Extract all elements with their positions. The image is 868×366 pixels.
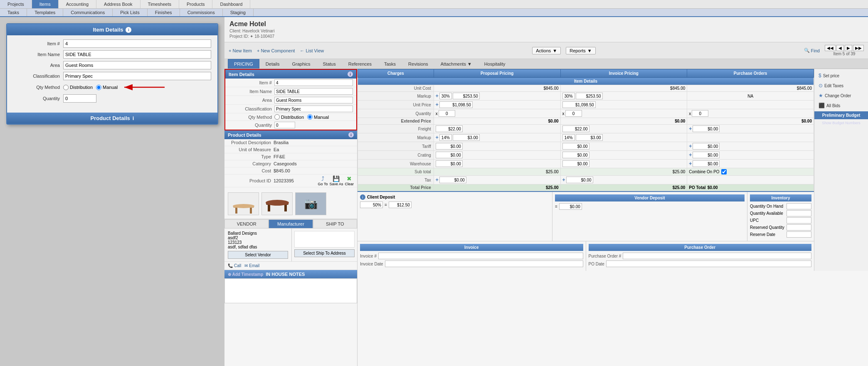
email-btn[interactable]: ✉ Email — [244, 263, 259, 268]
product-image-1[interactable] — [228, 192, 259, 215]
reserve-date-input[interactable] — [787, 231, 811, 238]
po-crating[interactable] — [693, 152, 720, 158]
invoice-quantity[interactable] — [565, 110, 582, 117]
detail-item-name-input[interactable] — [274, 88, 353, 95]
vendor-deposit-amount[interactable] — [559, 203, 582, 210]
po-quantity[interactable] — [692, 110, 708, 117]
goto-btn[interactable]: ⤴ Go To — [318, 175, 328, 186]
item-name-input[interactable] — [63, 50, 211, 59]
detail-distribution-label[interactable]: Distribution — [274, 114, 304, 120]
proposal-warehouse[interactable] — [436, 160, 463, 167]
select-vendor-btn[interactable]: Select Vendor — [228, 251, 288, 259]
proposal-freight-markup-plus[interactable]: + — [436, 135, 439, 140]
client-deposit-pct[interactable] — [360, 201, 383, 208]
tab-attachments[interactable]: Attachments ▼ — [434, 59, 478, 69]
new-component-btn[interactable]: + New Component — [257, 48, 295, 53]
sub-pick-lists[interactable]: Pick Lists — [113, 9, 147, 16]
qty-on-hand-input[interactable] — [787, 203, 811, 209]
invoice-freight-markup-val[interactable] — [576, 134, 603, 141]
tab-references[interactable]: References — [342, 59, 378, 69]
ship-to-tab[interactable]: SHIP TO — [313, 219, 357, 228]
proposal-unit-price-plus[interactable]: + — [436, 102, 439, 108]
edit-taxes-btn[interactable]: ⊙ Edit Taxes — [817, 81, 866, 90]
actions-dropdown[interactable]: Actions ▼ — [532, 47, 561, 54]
notes-textarea[interactable] — [224, 278, 357, 303]
proposal-quantity[interactable] — [439, 110, 455, 117]
select-ship-btn[interactable]: Select Ship To Address — [294, 249, 355, 257]
product-image-placeholder[interactable]: 📷 — [295, 192, 326, 215]
nav-dashboard[interactable]: Dashboard — [212, 0, 250, 8]
invoice-unit-price[interactable] — [562, 101, 596, 108]
tab-pricing[interactable]: PRICING — [228, 59, 259, 69]
invoice-crating[interactable] — [562, 152, 589, 158]
sub-communications[interactable]: Communications — [63, 9, 113, 16]
new-item-btn[interactable]: + New Item — [229, 48, 252, 53]
preliminary-budget[interactable]: Preliminary Budget — [814, 111, 868, 119]
nav-next[interactable]: ▶ — [845, 45, 852, 51]
po-warehouse-plus[interactable]: + — [689, 161, 692, 167]
client-deposit-amount[interactable] — [389, 201, 412, 208]
proposal-freight-markup-val[interactable] — [453, 134, 480, 141]
quantity-input[interactable] — [63, 94, 96, 103]
nav-timesheets[interactable]: Timesheets — [141, 0, 179, 8]
proposal-freight[interactable] — [436, 125, 463, 132]
manual-radio-label[interactable]: Manual — [96, 85, 118, 90]
po-tariff[interactable] — [693, 143, 720, 150]
po-date-input[interactable] — [606, 260, 811, 267]
detail-area-input[interactable] — [274, 97, 353, 103]
po-warehouse[interactable] — [693, 160, 720, 167]
detail-manual-label[interactable]: Manual — [307, 114, 329, 120]
item-details-section-info[interactable]: i — [348, 71, 353, 77]
reserved-qty-input[interactable] — [787, 224, 811, 231]
qty-available-input[interactable] — [787, 210, 811, 216]
invoice-warehouse[interactable] — [562, 160, 589, 167]
sub-commissions[interactable]: Commissions — [180, 9, 223, 16]
proposal-tariff[interactable] — [436, 143, 463, 150]
vendor-tab[interactable]: VENDOR — [224, 219, 269, 228]
invoice-tax[interactable] — [566, 177, 593, 183]
change-order-btn[interactable]: ★ Change Order — [817, 91, 866, 100]
manufacturer-tab[interactable]: Manufacturer — [269, 219, 313, 228]
nav-prev[interactable]: ◀ — [836, 45, 844, 51]
nav-accounting[interactable]: Accounting — [59, 0, 96, 8]
all-bids-btn[interactable]: ⬛ All Bids — [817, 101, 866, 110]
invoice-tax-plus[interactable]: + — [562, 177, 565, 183]
add-timestamp-btn[interactable]: ⊕ Add Timestamp — [228, 272, 263, 277]
nav-next-next[interactable]: ▶▶ — [853, 45, 864, 51]
detail-quantity-input[interactable] — [274, 122, 295, 128]
detail-classification-input[interactable] — [274, 106, 353, 112]
nav-prev-prev[interactable]: ◀◀ — [825, 45, 836, 51]
nav-items[interactable]: Items — [32, 0, 59, 8]
po-crating-plus[interactable]: + — [689, 152, 692, 158]
proposal-tax[interactable] — [439, 177, 466, 183]
distribution-radio[interactable] — [63, 85, 69, 90]
tab-tasks[interactable]: Tasks — [378, 59, 402, 69]
call-btn[interactable]: 📞 Call — [228, 263, 241, 268]
invoice-freight-markup-pct[interactable] — [562, 134, 575, 141]
manual-radio[interactable] — [96, 85, 101, 90]
invoice-num-input[interactable] — [378, 253, 583, 259]
nav-projects[interactable]: Projects — [0, 0, 32, 8]
proposal-markup-pct[interactable] — [439, 93, 452, 99]
tab-status[interactable]: Status — [317, 59, 342, 69]
detail-manual-radio[interactable] — [307, 114, 313, 120]
classification-input[interactable] — [63, 72, 211, 80]
find-btn[interactable]: 🔍 Find — [804, 48, 820, 53]
reports-dropdown[interactable]: Reports ▼ — [566, 47, 595, 54]
tab-details[interactable]: Details — [259, 59, 286, 69]
invoice-markup-pct[interactable] — [562, 93, 575, 99]
po-freight[interactable] — [693, 125, 720, 132]
invoice-tariff[interactable] — [562, 143, 589, 150]
proposal-freight-markup-pct[interactable] — [439, 134, 452, 141]
area-input[interactable] — [63, 61, 211, 69]
product-details-info-icon[interactable]: i — [133, 115, 134, 121]
proposal-crating[interactable] — [436, 152, 463, 158]
tab-graphics[interactable]: Graphics — [286, 59, 316, 69]
po-freight-plus[interactable]: + — [689, 126, 692, 132]
invoice-markup-val[interactable] — [576, 93, 603, 99]
proposal-tax-plus[interactable]: + — [436, 177, 439, 183]
proposal-markup-val[interactable] — [453, 93, 480, 99]
combine-on-po-checkbox[interactable] — [721, 169, 727, 174]
upc-input[interactable] — [787, 217, 811, 224]
invoice-date-input[interactable] — [385, 260, 583, 267]
